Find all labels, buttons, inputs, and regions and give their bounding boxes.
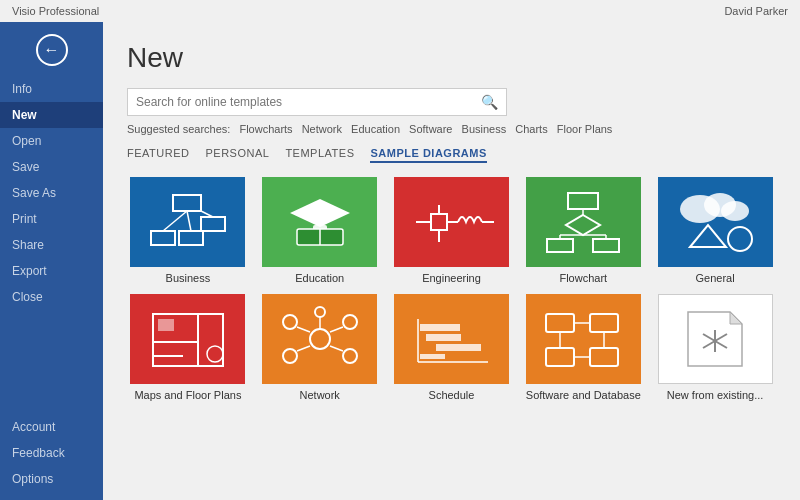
template-tile-engineering: [394, 177, 509, 267]
svg-point-39: [343, 315, 357, 329]
template-network[interactable]: Network: [259, 294, 381, 401]
sidebar-item-print[interactable]: Print: [0, 206, 103, 232]
svg-line-45: [297, 346, 310, 351]
svg-rect-54: [546, 314, 574, 332]
template-label-new-existing: New from existing...: [667, 389, 764, 401]
main-layout: ← Info New Open Save Save As Print Share…: [0, 22, 800, 500]
search-input[interactable]: [136, 95, 481, 109]
tab-templates[interactable]: TEMPLATES: [285, 147, 354, 163]
svg-rect-3: [201, 217, 225, 231]
template-engineering[interactable]: Engineering: [391, 177, 513, 284]
svg-line-4: [163, 211, 187, 231]
svg-rect-20: [547, 239, 573, 252]
svg-rect-51: [426, 334, 461, 341]
svg-rect-56: [546, 348, 574, 366]
svg-rect-53: [420, 354, 445, 359]
template-tile-software: [526, 294, 641, 384]
svg-line-43: [297, 327, 310, 332]
svg-rect-50: [420, 324, 460, 331]
template-tile-business: [130, 177, 245, 267]
svg-line-5: [187, 211, 191, 231]
content-area: New 🔍 Suggested searches: Flowcharts Net…: [103, 22, 800, 500]
template-label-maps: Maps and Floor Plans: [134, 389, 241, 401]
sidebar-item-account[interactable]: Account: [0, 414, 103, 440]
svg-point-36: [207, 346, 223, 362]
svg-marker-29: [690, 225, 726, 247]
sidebar-item-new[interactable]: New: [0, 102, 103, 128]
svg-line-46: [330, 346, 343, 351]
template-software[interactable]: Software and Database: [522, 294, 644, 401]
sidebar-item-close[interactable]: Close: [0, 284, 103, 310]
svg-rect-0: [173, 195, 201, 211]
template-tile-schedule: [394, 294, 509, 384]
svg-rect-12: [431, 214, 447, 230]
svg-marker-7: [290, 199, 350, 227]
sidebar-item-save[interactable]: Save: [0, 154, 103, 180]
svg-marker-18: [566, 215, 600, 235]
template-tile-flowchart: [526, 177, 641, 267]
tabs: FEATURED PERSONAL TEMPLATES SAMPLE DIAGR…: [127, 147, 776, 163]
svg-point-42: [315, 307, 325, 317]
svg-line-44: [330, 327, 343, 332]
template-label-general: General: [696, 272, 735, 284]
search-icon: 🔍: [481, 94, 498, 110]
template-tile-new-existing: [658, 294, 773, 384]
svg-rect-1: [151, 231, 175, 245]
template-new-existing[interactable]: New from existing...: [654, 294, 776, 401]
app-name: Visio Professional: [12, 5, 99, 17]
back-button[interactable]: ←: [36, 34, 68, 66]
template-grid: Business Education: [127, 177, 776, 401]
sidebar-item-options[interactable]: Options: [0, 466, 103, 492]
svg-point-30: [728, 227, 752, 251]
svg-point-40: [283, 349, 297, 363]
template-tile-general: [658, 177, 773, 267]
tab-featured[interactable]: FEATURED: [127, 147, 189, 163]
svg-point-41: [343, 349, 357, 363]
template-flowchart[interactable]: Flowchart: [522, 177, 644, 284]
svg-rect-19: [593, 239, 619, 252]
svg-rect-17: [568, 193, 598, 209]
tab-personal[interactable]: PERSONAL: [205, 147, 269, 163]
svg-rect-55: [590, 314, 618, 332]
template-label-business: Business: [166, 272, 211, 284]
template-label-education: Education: [295, 272, 344, 284]
tab-sample-diagrams[interactable]: SAMPLE DIAGRAMS: [370, 147, 486, 163]
template-label-flowchart: Flowchart: [559, 272, 607, 284]
svg-rect-35: [158, 319, 174, 331]
sidebar-item-share[interactable]: Share: [0, 232, 103, 258]
svg-rect-52: [436, 344, 481, 351]
svg-rect-2: [179, 231, 203, 245]
svg-rect-57: [590, 348, 618, 366]
template-schedule[interactable]: Schedule: [391, 294, 513, 401]
sidebar-item-info[interactable]: Info: [0, 76, 103, 102]
template-label-software: Software and Database: [526, 389, 641, 401]
svg-point-38: [283, 315, 297, 329]
sidebar-item-save-as[interactable]: Save As: [0, 180, 103, 206]
svg-marker-63: [730, 312, 742, 324]
svg-point-28: [721, 201, 749, 221]
top-bar: Visio Professional David Parker: [0, 0, 800, 22]
template-tile-maps: [130, 294, 245, 384]
template-business[interactable]: Business: [127, 177, 249, 284]
suggested-searches: Suggested searches: Flowcharts Network E…: [127, 123, 776, 135]
page-title: New: [127, 42, 776, 74]
sidebar-item-feedback[interactable]: Feedback: [0, 440, 103, 466]
search-bar[interactable]: 🔍: [127, 88, 507, 116]
template-label-schedule: Schedule: [429, 389, 475, 401]
user-name: David Parker: [724, 5, 788, 17]
template-tile-education: [262, 177, 377, 267]
template-maps[interactable]: Maps and Floor Plans: [127, 294, 249, 401]
svg-point-37: [310, 329, 330, 349]
template-education[interactable]: Education: [259, 177, 381, 284]
sidebar-item-open[interactable]: Open: [0, 128, 103, 154]
sidebar: ← Info New Open Save Save As Print Share…: [0, 22, 103, 500]
template-general[interactable]: General: [654, 177, 776, 284]
template-tile-network: [262, 294, 377, 384]
template-label-engineering: Engineering: [422, 272, 481, 284]
template-label-network: Network: [300, 389, 340, 401]
sidebar-item-export[interactable]: Export: [0, 258, 103, 284]
